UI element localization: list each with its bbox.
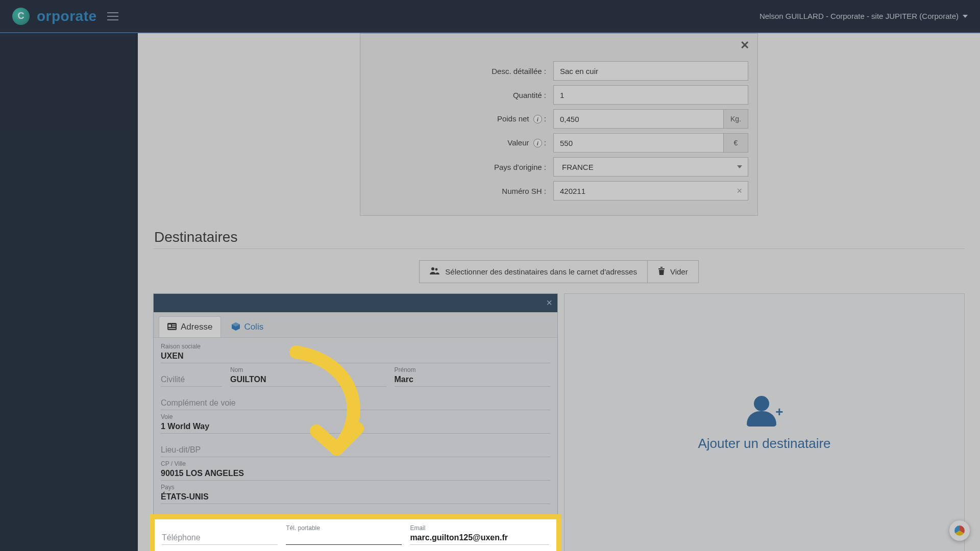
value-country[interactable]: ÉTATS-UNIS <box>161 491 550 504</box>
input-locality[interactable] <box>161 444 550 457</box>
tab-parcel-label: Colis <box>244 322 263 332</box>
id-card-icon <box>167 323 177 332</box>
label-cpcity: CP / Ville <box>161 460 186 467</box>
label-street: Voie <box>161 413 173 420</box>
recipient-form: Raison sociale UXEN . Nom GUILTON <box>154 338 557 551</box>
input-desc[interactable] <box>553 61 748 81</box>
label-lastname: Nom <box>230 366 243 373</box>
recipient-card: × Adresse Colis <box>153 293 558 551</box>
recipient-card-header: × <box>154 294 557 312</box>
input-hs[interactable] <box>553 181 748 201</box>
input-mobile[interactable] <box>286 532 402 545</box>
label-weight: Poids net i : <box>370 114 553 124</box>
input-addr2[interactable] <box>161 397 550 410</box>
highlight-callout: . Tél. portable Email marc.guilton125@ux <box>150 514 561 551</box>
label-mobile: Tél. portable <box>286 524 320 532</box>
svg-rect-8 <box>168 328 176 329</box>
svg-point-1 <box>435 268 438 271</box>
label-desc: Desc. détaillée : <box>370 67 553 76</box>
users-icon <box>430 267 440 277</box>
help-widget-icon[interactable] <box>949 520 970 541</box>
svg-rect-3 <box>660 267 663 268</box>
chevron-down-icon <box>737 165 742 168</box>
divider <box>153 248 965 249</box>
addon-eur: € <box>724 133 748 153</box>
content-area: ✕ Desc. détaillée : Quantité : Poids net… <box>138 33 980 551</box>
user-menu[interactable]: Nelson GUILLARD - Corporate - site JUPIT… <box>760 12 968 20</box>
app-header: C orporate Nelson GUILLARD - Corporate -… <box>0 0 980 33</box>
value-cpcity[interactable]: 90015 LOS ANGELES <box>161 468 550 481</box>
input-value[interactable] <box>553 133 724 153</box>
select-recipients-button[interactable]: Sélectionner des destinataires dans le c… <box>419 260 648 283</box>
value-email[interactable]: marc.guilton125@uxen.fr <box>410 532 549 545</box>
menu-toggle-icon[interactable] <box>107 12 118 20</box>
close-icon[interactable]: × <box>546 297 552 309</box>
clear-recipients-button[interactable]: Vider <box>648 260 699 283</box>
user-plus-icon: + <box>747 396 782 427</box>
recipient-actions: Sélectionner des destinataires dans le c… <box>153 260 965 283</box>
label-qty: Quantité : <box>370 91 553 99</box>
recipient-tabs: Adresse Colis <box>154 312 557 338</box>
select-recipients-label: Sélectionner des destinataires dans le c… <box>445 267 637 276</box>
brand-logo-icon: C <box>12 8 30 25</box>
value-company[interactable]: UXEN <box>161 350 550 363</box>
section-title-destinataires: Destinataires <box>154 229 965 245</box>
close-icon[interactable]: ✕ <box>740 39 749 52</box>
svg-rect-2 <box>658 268 665 269</box>
input-civility[interactable] <box>161 374 222 387</box>
brand-text: orporate <box>37 8 97 24</box>
label-hs: Numéro SH : <box>370 187 553 195</box>
value-firstname[interactable]: Marc <box>395 374 551 387</box>
info-icon[interactable]: i <box>533 139 542 147</box>
info-icon[interactable]: i <box>533 115 542 123</box>
label-firstname: Prénom <box>395 366 416 373</box>
chevron-down-icon <box>963 15 968 18</box>
label-country: Pays <box>161 484 175 491</box>
clear-recipients-label: Vider <box>670 267 688 276</box>
svg-rect-6 <box>172 324 176 325</box>
input-qty[interactable] <box>553 85 748 105</box>
add-recipient-label: Ajouter un destinataire <box>698 436 830 452</box>
svg-point-0 <box>431 267 434 270</box>
recipient-panes: × Adresse Colis <box>153 293 965 551</box>
svg-rect-5 <box>168 324 171 327</box>
brand-logo-letter: C <box>18 11 24 21</box>
input-phone[interactable] <box>162 532 278 545</box>
trash-icon <box>658 267 665 277</box>
left-sidebar <box>0 33 138 551</box>
label-value: Valeur i : <box>370 138 553 148</box>
select-country[interactable] <box>553 157 748 177</box>
value-lastname[interactable]: GUILTON <box>230 374 386 387</box>
add-recipient-card[interactable]: + Ajouter un destinataire <box>564 293 965 551</box>
label-country: Pays d'origine : <box>370 163 553 171</box>
tab-address-label: Adresse <box>181 322 212 332</box>
package-icon <box>232 322 240 332</box>
brand: C orporate <box>12 8 118 25</box>
label-email: Email <box>410 524 425 532</box>
label-company: Raison sociale <box>161 343 201 350</box>
value-street[interactable]: 1 World Way <box>161 421 550 434</box>
input-weight[interactable] <box>553 109 724 129</box>
user-label: Nelson GUILLARD - Corporate - site JUPIT… <box>760 12 959 20</box>
tab-address[interactable]: Adresse <box>159 316 221 337</box>
clear-icon[interactable]: × <box>737 186 742 196</box>
tab-parcel[interactable]: Colis <box>223 316 272 337</box>
svg-rect-7 <box>172 326 176 327</box>
addon-kg: Kg. <box>724 109 748 129</box>
article-detail-card: ✕ Desc. détaillée : Quantité : Poids net… <box>360 33 758 216</box>
